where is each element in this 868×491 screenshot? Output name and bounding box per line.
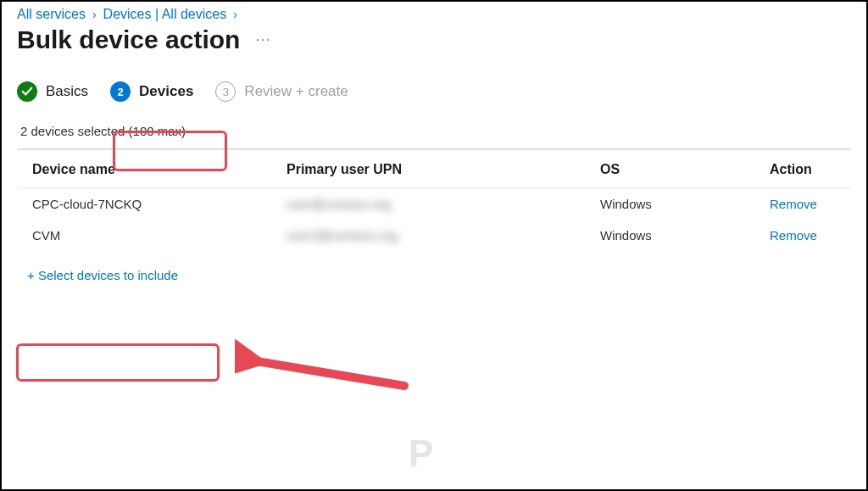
table-row: CPC-cloud-7NCKQ user@contoso.org Windows… xyxy=(17,188,851,220)
col-primary-upn: Primary user UPN xyxy=(287,162,600,177)
selection-count: 2 devices selected (100 max) xyxy=(2,115,866,145)
breadcrumb: All services › Devices | All devices › xyxy=(2,2,866,24)
col-os: OS xyxy=(600,162,770,177)
device-name-cell: CVM xyxy=(32,228,287,243)
table-header-row: Device name Primary user UPN OS Action xyxy=(17,150,851,188)
chevron-right-icon: › xyxy=(233,8,237,21)
os-cell: Windows xyxy=(600,197,770,211)
chevron-right-icon: › xyxy=(92,8,97,21)
step-label: Basics xyxy=(46,83,88,100)
remove-button[interactable]: Remove xyxy=(770,197,836,211)
page-header: Bulk device action ··· xyxy=(2,24,866,75)
watermark: P xyxy=(409,432,430,475)
col-action: Action xyxy=(770,162,836,177)
step-label: Review + create xyxy=(244,83,348,100)
upn-cell: user2@contoso.org xyxy=(287,228,600,243)
devices-table: Device name Primary user UPN OS Action C… xyxy=(17,148,851,251)
annotation-arrow-icon xyxy=(235,339,430,399)
svg-line-0 xyxy=(252,360,404,386)
select-devices-button[interactable]: + Select devices to include xyxy=(20,263,185,287)
os-cell: Windows xyxy=(600,228,770,243)
page-title: Bulk device action xyxy=(17,25,240,54)
device-name-cell: CPC-cloud-7NCKQ xyxy=(32,197,287,211)
step-basics[interactable]: Basics xyxy=(17,81,88,102)
step-review-create[interactable]: 3 Review + create xyxy=(215,81,348,102)
breadcrumb-devices[interactable]: Devices | All devices xyxy=(103,7,227,22)
step-label: Devices xyxy=(139,83,193,100)
table-row: CVM user2@contoso.org Windows Remove xyxy=(17,220,851,251)
col-device-name: Device name xyxy=(32,162,287,177)
more-icon[interactable]: ··· xyxy=(255,32,271,47)
step-devices[interactable]: 2 Devices xyxy=(110,81,193,102)
wizard-steps: Basics 2 Devices 3 Review + create xyxy=(2,75,866,115)
breadcrumb-all-services[interactable]: All services xyxy=(17,7,86,22)
step-number-icon: 2 xyxy=(110,81,131,102)
remove-button[interactable]: Remove xyxy=(770,228,836,243)
step-number-icon: 3 xyxy=(215,81,236,102)
upn-cell: user@contoso.org xyxy=(287,197,600,211)
annotation-highlight xyxy=(16,343,220,382)
check-icon xyxy=(17,81,37,102)
